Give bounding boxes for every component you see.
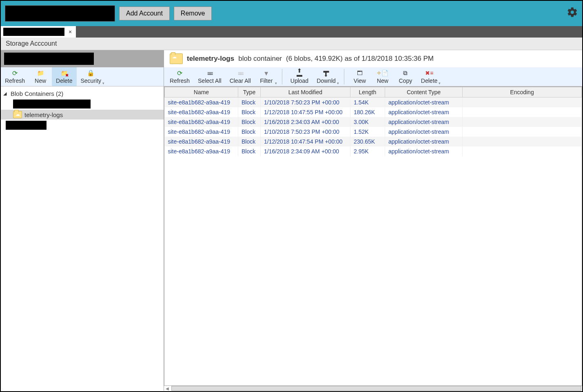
cell-encoding	[463, 146, 582, 156]
refresh-button[interactable]: ⟳ Refresh	[166, 67, 194, 86]
container-subtitle: blob container	[238, 55, 282, 63]
account-name-redacted	[4, 53, 94, 65]
top-toolbar: Add Account Remove	[1, 1, 582, 26]
toolbar-label: View	[354, 78, 366, 84]
tree-group-label: Blob Containers (2)	[11, 90, 63, 97]
horizontal-scrollbar[interactable]	[171, 386, 581, 391]
delete-icon: ✖≡	[425, 69, 433, 77]
view-button[interactable]: 🗔 View	[348, 67, 371, 86]
filter-button[interactable]: ▼ Filter ▾	[255, 67, 278, 86]
tree-group-header[interactable]: ◢ Blob Containers (2)	[1, 89, 164, 98]
expand-caret-icon[interactable]: ◢	[3, 91, 8, 96]
toolbar-label: Downld	[317, 78, 336, 84]
tab-strip: ×	[1, 26, 582, 38]
col-length[interactable]: Length	[350, 87, 385, 97]
cell-content_type: application/octet-stream	[385, 146, 463, 156]
cell-last_modified: 1/10/2018 7:50:23 PM +00:00	[261, 127, 350, 137]
tree-item-redacted-2[interactable]	[1, 120, 164, 131]
blob-table: Name Type Last Modified Length Content T…	[164, 86, 582, 386]
cell-type: Block	[238, 137, 261, 146]
dropdown-caret-icon[interactable]: ▾	[439, 81, 441, 85]
col-type[interactable]: Type	[238, 87, 261, 97]
cell-last_modified: 1/16/2018 2:34:03 AM +00:00	[261, 117, 350, 127]
copy-icon: ⧉	[403, 69, 408, 77]
cell-name: site-e8a1b682-a9aa-419	[165, 127, 238, 137]
breadcrumb: Storage Acccount	[1, 38, 582, 50]
delete-blob-button[interactable]: ✖≡ Delete ▾	[417, 67, 441, 86]
upload-icon: ⬆▬	[297, 69, 302, 77]
container-title: telemetry-logs	[187, 55, 234, 63]
tree-item-label: telemetry-logs	[24, 111, 63, 118]
cell-length: 230.65K	[350, 137, 385, 146]
tree-item-name-redacted	[13, 100, 91, 109]
new-blob-button[interactable]: ✧📄 New	[371, 67, 394, 86]
table-row[interactable]: site-e8a1b682-a9aa-419Block1/16/2018 2:3…	[165, 146, 582, 156]
toolbar-label: Filter	[260, 78, 273, 84]
col-name[interactable]: Name	[165, 87, 238, 97]
cell-content_type: application/octet-stream	[385, 117, 463, 127]
add-account-button[interactable]: Add Account	[119, 7, 170, 20]
container-header: telemetry-logs blob container (6 blobs, …	[164, 50, 582, 67]
scroll-left-icon[interactable]: ◀	[164, 386, 171, 391]
table-row[interactable]: site-e8a1b682-a9aa-419Block1/16/2018 2:3…	[165, 117, 582, 127]
blob-tree: ◢ Blob Containers (2) telemetry-logs	[1, 86, 164, 133]
table-row[interactable]: site-e8a1b682-a9aa-419Block1/12/2018 10:…	[165, 137, 582, 146]
new-folder-icon: 📁	[37, 69, 44, 77]
upload-button[interactable]: ⬆▬ Upload	[286, 67, 313, 86]
cell-type: Block	[238, 127, 261, 137]
select-all-icon: ≡≡	[207, 69, 212, 77]
download-button[interactable]: ▬⬇ Downld ▾	[313, 67, 340, 86]
cloud-folder-icon	[13, 111, 22, 118]
refresh-button[interactable]: ⟳ Refresh	[1, 67, 29, 86]
cell-length: 1.52K	[350, 127, 385, 137]
delete-folder-icon: 📁✖	[61, 69, 68, 77]
cell-last_modified: 1/12/2018 10:47:55 PM +00:00	[261, 107, 350, 117]
dropdown-caret-icon[interactable]: ▾	[337, 81, 339, 85]
view-icon: 🗔	[357, 69, 363, 77]
tab-active[interactable]: ×	[1, 26, 76, 38]
tree-item-telemetry-logs[interactable]: telemetry-logs	[1, 110, 164, 120]
remove-account-button[interactable]: Remove	[174, 7, 212, 20]
account-selector-redacted[interactable]	[5, 5, 115, 22]
col-last-modified[interactable]: Last Modified	[261, 87, 350, 97]
delete-button[interactable]: 📁✖ Delete	[52, 67, 76, 86]
refresh-label: Refresh	[5, 78, 25, 84]
toolbar-label: New	[377, 78, 388, 84]
table-header-row: Name Type Last Modified Length Content T…	[165, 87, 582, 97]
copy-button[interactable]: ⧉ Copy	[394, 67, 417, 86]
tree-item-redacted-1[interactable]	[1, 98, 164, 110]
settings-gear-icon[interactable]	[567, 7, 578, 21]
toolbar-label: Copy	[399, 78, 412, 84]
cell-name: site-e8a1b682-a9aa-419	[165, 137, 238, 146]
col-content-type[interactable]: Content Type	[385, 87, 463, 97]
select-all-button[interactable]: ≡≡ Select All	[194, 67, 226, 86]
cell-type: Block	[238, 97, 261, 108]
cloud-folder-icon	[170, 53, 183, 64]
tree-item-name-redacted	[6, 121, 47, 130]
table-row[interactable]: site-e8a1b682-a9aa-419Block1/12/2018 10:…	[165, 107, 582, 117]
table-row[interactable]: site-e8a1b682-a9aa-419Block1/10/2018 7:5…	[165, 97, 582, 108]
new-button[interactable]: 📁 New	[29, 67, 52, 86]
table-row[interactable]: site-e8a1b682-a9aa-419Block1/10/2018 7:5…	[165, 127, 582, 137]
security-button[interactable]: 🔒 Security ▾	[77, 67, 106, 86]
left-toolbar: ⟳ Refresh 📁 New 📁✖ Delete 🔒 Security ▾	[1, 67, 164, 86]
close-icon[interactable]: ×	[67, 29, 73, 35]
dropdown-caret-icon[interactable]: ▾	[102, 81, 104, 85]
container-stats: (6 blobs, 419.92K) as of 1/18/2018 10:35…	[286, 55, 434, 63]
col-encoding[interactable]: Encoding	[463, 87, 582, 97]
cell-content_type: application/octet-stream	[385, 97, 463, 108]
toolbar-label: Upload	[290, 78, 308, 84]
security-label: Security	[81, 78, 102, 84]
cell-type: Block	[238, 107, 261, 117]
download-icon: ▬⬇	[323, 69, 329, 77]
toolbar-label: Select All	[198, 78, 222, 84]
dropdown-caret-icon[interactable]: ▾	[275, 81, 277, 85]
toolbar-label: Clear All	[230, 78, 251, 84]
cell-length: 1.54K	[350, 97, 385, 108]
new-icon: ✧📄	[377, 69, 388, 77]
clear-all-button[interactable]: ≡≡ Clear All	[226, 67, 255, 86]
refresh-icon: ⟳	[12, 69, 18, 77]
lock-icon: 🔒	[87, 69, 95, 77]
cell-encoding	[463, 137, 582, 146]
toolbar-separator	[344, 69, 344, 84]
